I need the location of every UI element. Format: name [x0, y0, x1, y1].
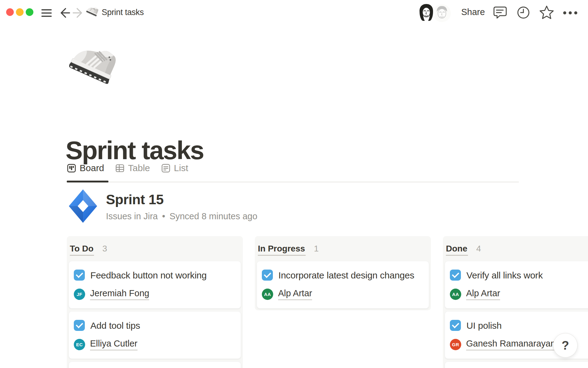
assignee-name[interactable]: Ganesh Ramanarayanan	[466, 339, 565, 351]
board-card[interactable]: Add tool tipsECElliya Cutler	[69, 311, 241, 359]
board-column: To Do3Feedback button not workingJFJerem…	[67, 236, 243, 368]
notion-window: Sprint tasks	[0, 0, 588, 368]
collaborator-avatar-man	[433, 4, 451, 22]
window-topbar: Sprint tasks	[0, 0, 588, 26]
updates-button[interactable]	[516, 6, 530, 20]
help-button-label: ?	[562, 339, 569, 352]
sync-status: Synced 8 minutes ago	[169, 211, 257, 221]
card-assignee: AAAlp Artar	[262, 288, 424, 300]
card-title-row: UI polish	[450, 319, 588, 332]
linked-database-header: Sprint 15 Issues in Jira • Synced 8 minu…	[68, 188, 257, 224]
card-title: Feedback button not working	[90, 269, 207, 282]
card-title-row: Incorporate latest design changes	[262, 269, 424, 282]
favorite-button[interactable]	[539, 5, 554, 20]
sneaker-emoji-icon	[67, 39, 119, 91]
board-column: In Progress1Incorporate latest design ch…	[255, 236, 431, 310]
tab-list-label: List	[174, 163, 188, 173]
tab-table[interactable]: Table	[115, 163, 150, 173]
sidebar-toggle-button[interactable]	[41, 8, 52, 18]
board-card[interactable]: Feedback button not workingJFJeremiah Fo…	[69, 261, 241, 309]
column-count: 1	[314, 244, 319, 254]
collaborator-avatars[interactable]	[417, 2, 456, 24]
assignee-avatar: EC	[74, 339, 85, 350]
tab-table-label: Table	[128, 163, 150, 173]
assignee-avatar: AA	[262, 289, 273, 300]
subtitle-separator: •	[162, 211, 165, 221]
view-tabs: Board Table List	[67, 159, 188, 177]
zoom-window-button[interactable]	[26, 8, 33, 16]
column-header: To Do3	[67, 236, 243, 261]
linked-database-subtitle: Issues in Jira • Synced 8 minutes ago	[106, 211, 257, 221]
page-icon-sneaker[interactable]	[67, 39, 119, 91]
table-icon	[115, 163, 125, 173]
breadcrumb-page-icon	[86, 5, 99, 18]
more-options-button[interactable]	[562, 9, 578, 17]
linked-database-title[interactable]: Sprint 15	[106, 191, 257, 208]
column-count: 4	[476, 244, 481, 254]
tab-board-label: Board	[80, 163, 104, 173]
board-card[interactable]: Incorporate latest design changesAAAlp A…	[257, 261, 429, 309]
tab-board[interactable]: Board	[67, 163, 104, 173]
card-title: UI polish	[466, 319, 502, 332]
star-icon	[539, 5, 554, 20]
card-title: Incorporate latest design changes	[278, 269, 414, 282]
woman-avatar	[417, 3, 435, 21]
card-title-row: Feedback button not working	[74, 269, 236, 282]
assignee-avatar: GR	[450, 339, 461, 350]
back-arrow-icon	[58, 6, 71, 19]
sneaker-emoji-icon	[86, 5, 99, 18]
assignee-name[interactable]: Alp Artar	[466, 288, 500, 300]
tabs-divider	[67, 182, 519, 182]
hamburger-icon	[41, 8, 52, 18]
card-assignee: ECElliya Cutler	[74, 339, 236, 351]
comments-button[interactable]	[493, 5, 507, 20]
comment-icon	[493, 5, 507, 20]
database-source[interactable]: Issues in Jira	[106, 211, 158, 221]
column-name[interactable]: To Do	[70, 244, 94, 256]
collaborator-avatar-woman	[417, 3, 435, 21]
assignee-name[interactable]: Jeremiah Fong	[90, 288, 149, 300]
back-button[interactable]	[58, 6, 71, 19]
column-name[interactable]: In Progress	[258, 244, 306, 256]
list-icon	[161, 163, 171, 173]
forward-button[interactable]	[72, 6, 85, 19]
forward-arrow-icon	[72, 6, 85, 19]
column-header: In Progress1	[255, 236, 431, 261]
column-name[interactable]: Done	[446, 244, 468, 256]
column-count: 3	[102, 244, 107, 254]
column-cards: Feedback button not workingJFJeremiah Fo…	[67, 261, 243, 368]
close-window-button[interactable]	[6, 8, 14, 16]
board-card[interactable]	[445, 362, 588, 368]
card-assignee: AAAlp Artar	[450, 288, 588, 300]
minimize-window-button[interactable]	[16, 8, 24, 16]
active-tab-underline	[67, 181, 108, 182]
board-card[interactable]	[69, 362, 241, 368]
checkbox-icon[interactable]	[450, 270, 461, 281]
breadcrumb-page-title[interactable]: Sprint tasks	[102, 8, 144, 17]
assignee-avatar: AA	[450, 289, 461, 300]
clock-icon	[516, 6, 530, 20]
man-avatar	[433, 4, 451, 22]
share-button[interactable]: Share	[461, 7, 485, 17]
checkbox-icon[interactable]	[74, 320, 85, 331]
card-title-row: Add tool tips	[74, 319, 236, 332]
board-icon	[67, 163, 76, 173]
checkbox-icon[interactable]	[450, 320, 461, 331]
checkbox-icon[interactable]	[74, 270, 85, 281]
jira-logo-icon	[68, 188, 98, 224]
card-title-row: Verify all links work	[450, 269, 588, 282]
assignee-avatar: JF	[74, 289, 85, 300]
tab-list[interactable]: List	[161, 163, 188, 173]
ellipsis-icon	[562, 9, 578, 17]
card-title: Verify all links work	[466, 269, 543, 282]
board-card[interactable]: Verify all links workAAAlp Artar	[445, 261, 588, 309]
assignee-name[interactable]: Elliya Cutler	[90, 339, 138, 351]
column-header: Done4	[443, 236, 588, 261]
checkbox-icon[interactable]	[262, 270, 273, 281]
column-cards: Incorporate latest design changesAAAlp A…	[255, 261, 431, 310]
card-title: Add tool tips	[90, 319, 140, 332]
assignee-name[interactable]: Alp Artar	[278, 288, 312, 300]
card-assignee: JFJeremiah Fong	[74, 288, 236, 300]
board: To Do3Feedback button not workingJFJerem…	[67, 236, 588, 368]
help-button[interactable]: ?	[553, 333, 578, 358]
